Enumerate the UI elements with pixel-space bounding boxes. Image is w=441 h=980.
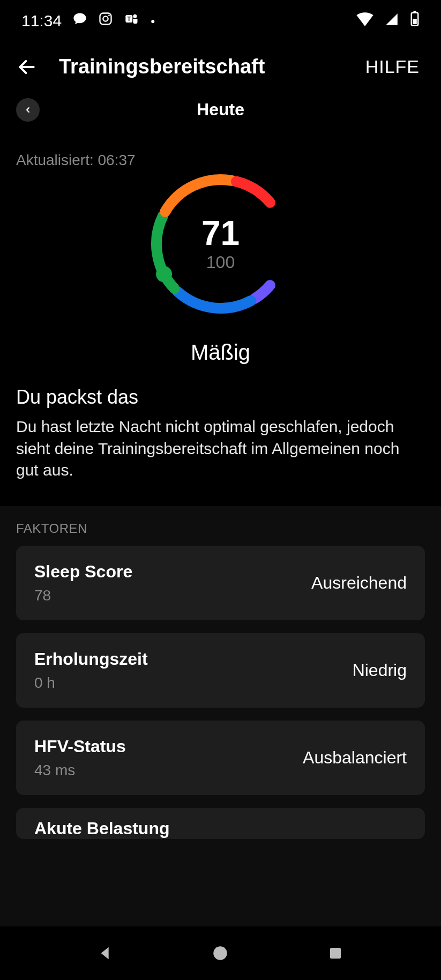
factor-name: HFV-Status — [34, 737, 126, 756]
cell-signal-icon — [384, 12, 399, 30]
factor-value: 43 ms — [34, 762, 126, 779]
nav-home-icon[interactable] — [208, 941, 232, 965]
factor-value: 78 — [34, 587, 132, 604]
instagram-icon — [98, 11, 113, 30]
factor-card-sleep-score[interactable]: Sleep Score 78 Ausreichend — [16, 546, 425, 620]
factors-section: FAKTOREN Sleep Score 78 Ausreichend Erho… — [0, 506, 441, 927]
status-bar: 11:34 T ● — [0, 0, 441, 36]
gauge-value: 71 — [201, 216, 240, 250]
factor-status: Niedrig — [353, 660, 407, 680]
factor-name: Akute Belastung — [34, 819, 169, 838]
factor-name: Erholungszeit — [34, 649, 148, 669]
readiness-gauge: 71 100 — [140, 164, 301, 324]
svg-rect-12 — [330, 948, 341, 959]
factor-name: Sleep Score — [34, 562, 132, 582]
factor-status: Ausreichend — [311, 573, 407, 593]
factor-card-hrv-status[interactable]: HFV-Status 43 ms Ausbalanciert — [16, 721, 425, 795]
factors-heading: FAKTOREN — [0, 521, 441, 546]
battery-icon — [410, 11, 420, 31]
message-block: Du packst das Du hast letzte Nacht nicht… — [0, 365, 441, 506]
chat-bubble-icon — [72, 11, 87, 30]
back-arrow-icon[interactable] — [16, 56, 38, 78]
dot-icon: ● — [151, 17, 155, 25]
factor-card-recovery-time[interactable]: Erholungszeit 0 h Niedrig — [16, 633, 425, 708]
svg-point-5 — [133, 14, 137, 18]
message-title: Du packst das — [16, 386, 425, 409]
factor-value: 0 h — [34, 674, 148, 692]
date-label[interactable]: Heute — [197, 100, 244, 120]
svg-rect-7 — [414, 11, 416, 13]
page-title: Trainingsbereitschaft — [59, 55, 365, 78]
date-picker: Heute — [0, 94, 441, 130]
message-body: Du hast letzte Nacht nicht optimal gesch… — [16, 416, 425, 481]
svg-text:T: T — [128, 16, 131, 22]
teams-icon: T — [124, 11, 140, 30]
svg-point-1 — [103, 16, 108, 21]
status-time: 11:34 — [21, 12, 62, 30]
factor-status: Ausbalanciert — [303, 748, 407, 768]
gauge-max: 100 — [206, 253, 235, 272]
svg-rect-8 — [413, 19, 417, 24]
gauge-rating: Mäßig — [0, 340, 441, 365]
factor-card-acute-load[interactable]: Akute Belastung — [16, 808, 425, 839]
system-nav-bar — [0, 926, 441, 980]
nav-back-icon[interactable] — [94, 941, 117, 965]
svg-point-11 — [214, 946, 228, 960]
wifi-icon — [356, 12, 373, 30]
previous-day-button[interactable] — [16, 98, 40, 122]
nav-recent-icon[interactable] — [324, 941, 347, 965]
help-button[interactable]: HILFE — [365, 56, 425, 77]
app-header: Trainingsbereitschaft HILFE — [0, 36, 441, 94]
svg-point-2 — [108, 14, 110, 16]
